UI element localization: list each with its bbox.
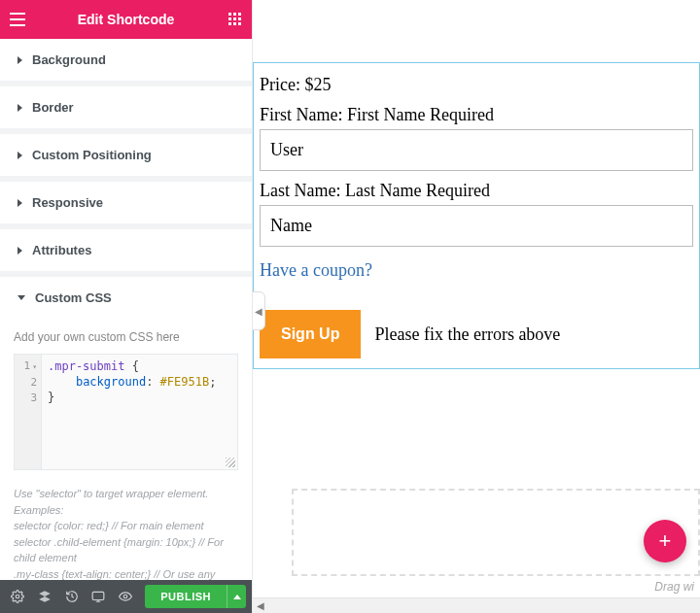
chevron-right-icon — [18, 247, 22, 255]
svg-rect-3 — [228, 17, 231, 20]
line-number: 1 — [18, 358, 37, 375]
accordion-label: Custom Positioning — [32, 148, 152, 162]
chevron-right-icon — [18, 152, 22, 159]
first-name-label: First Name: First Name Required — [260, 105, 693, 125]
add-section-fab[interactable]: + — [644, 520, 686, 562]
svg-rect-7 — [233, 22, 236, 25]
publish-button-group: PUBLISH — [145, 585, 246, 608]
first-name-input[interactable] — [260, 129, 693, 171]
panel-collapse-handle[interactable]: ◀ — [253, 291, 265, 330]
drag-hint-text: Drag wi — [654, 580, 694, 594]
svg-point-11 — [124, 595, 128, 598]
sidebar-header: Edit Shortcode — [0, 0, 252, 39]
chevron-right-icon — [18, 104, 22, 112]
line-number: 2 — [18, 375, 37, 391]
scroll-left-arrow-icon[interactable]: ◀ — [253, 598, 268, 614]
price-label: Price: $25 — [260, 75, 693, 95]
custom-css-editor[interactable]: 1 2 3 .mpr-submit { background: #FE951B;… — [14, 354, 238, 470]
accordion-item-border[interactable]: Border — [0, 86, 252, 134]
chevron-right-icon — [18, 199, 22, 207]
svg-rect-0 — [228, 13, 231, 16]
custom-css-body: Add your own custom CSS here 1 2 3 .mpr-… — [0, 319, 252, 580]
code-content[interactable]: .mpr-submit { background: #FE951B; } — [42, 355, 237, 469]
custom-css-label: Add your own custom CSS here — [14, 330, 238, 344]
editor-bottom-bar: PUBLISH — [0, 580, 252, 613]
accordion-item-responsive[interactable]: Responsive — [0, 182, 252, 229]
panel-title: Edit Shortcode — [78, 12, 175, 27]
accordion-label: Responsive — [32, 195, 103, 210]
chevron-down-icon — [18, 295, 25, 300]
svg-rect-10 — [93, 592, 105, 599]
shortcode-widget[interactable]: Price: $25 First Name: First Name Requir… — [253, 62, 700, 369]
canvas-preview: ◀ Price: $25 First Name: First Name Requ… — [253, 0, 700, 613]
editor-sidebar: Edit Shortcode Background Border Custom … — [0, 0, 253, 613]
svg-point-9 — [16, 595, 19, 598]
plus-icon: + — [659, 528, 672, 554]
resize-handle[interactable] — [226, 458, 235, 467]
accordion-label: Attributes — [32, 243, 91, 257]
navigator-icon[interactable] — [33, 584, 56, 609]
history-icon[interactable] — [60, 584, 84, 609]
line-number: 3 — [18, 391, 37, 406]
svg-rect-5 — [238, 17, 241, 20]
accordion-item-background[interactable]: Background — [0, 39, 252, 86]
code-gutter: 1 2 3 — [15, 355, 42, 469]
accordion-label: Custom CSS — [35, 290, 112, 305]
publish-options-caret[interactable] — [227, 585, 246, 608]
widgets-grid-icon[interactable] — [228, 13, 242, 26]
accordion-label: Border — [32, 100, 74, 115]
custom-css-help-text: Use "selector" to target wrapper element… — [14, 486, 238, 580]
responsive-mode-icon[interactable] — [88, 584, 111, 609]
last-name-input[interactable] — [260, 205, 693, 247]
menu-icon[interactable] — [10, 13, 25, 26]
caret-up-icon — [233, 595, 241, 599]
svg-rect-1 — [233, 13, 236, 16]
svg-rect-2 — [238, 13, 241, 16]
accordion-item-attributes[interactable]: Attributes — [0, 229, 252, 277]
accordion-item-custom-positioning[interactable]: Custom Positioning — [0, 134, 252, 182]
accordion-item-custom-css[interactable]: Custom CSS Add your own custom CSS here … — [0, 277, 252, 580]
publish-button[interactable]: PUBLISH — [145, 585, 227, 608]
last-name-label: Last Name: Last Name Required — [260, 181, 693, 201]
signup-button[interactable]: Sign Up — [260, 310, 361, 358]
form-error-message: Please fix the errors above — [374, 324, 560, 345]
chevron-right-icon — [18, 56, 22, 64]
preview-icon[interactable] — [114, 584, 137, 609]
svg-rect-8 — [238, 22, 241, 25]
svg-rect-6 — [228, 22, 231, 25]
coupon-link[interactable]: Have a coupon? — [260, 260, 693, 281]
svg-rect-4 — [233, 17, 236, 20]
section-dropzone[interactable] — [292, 489, 700, 576]
accordion-label: Background — [32, 52, 106, 67]
style-accordion: Background Border Custom Positioning Res… — [0, 39, 252, 580]
settings-icon[interactable] — [6, 584, 29, 609]
app-root: Edit Shortcode Background Border Custom … — [0, 0, 700, 613]
horizontal-scrollbar[interactable]: ◀ — [253, 597, 700, 613]
